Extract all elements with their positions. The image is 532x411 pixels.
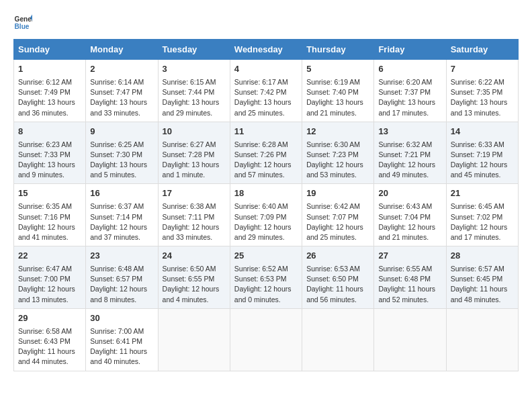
page-header: General Blue (13, 13, 519, 32)
day-info: Sunrise: 6:43 AMSunset: 7:04 PMDaylight:… (378, 201, 441, 242)
logo: General Blue (13, 13, 35, 32)
day-number: 18 (234, 187, 298, 200)
calendar-cell-2-2: 17Sunrise: 6:38 AMSunset: 7:11 PMDayligh… (158, 184, 230, 246)
day-number: 7 (451, 63, 514, 76)
calendar-week-3: 15Sunrise: 6:35 AMSunset: 7:16 PMDayligh… (14, 184, 519, 246)
day-number: 4 (234, 63, 298, 76)
calendar-cell-1-6: 14Sunrise: 6:33 AMSunset: 7:19 PMDayligh… (446, 122, 518, 184)
calendar-cell-4-6 (446, 308, 518, 371)
day-number: 27 (378, 250, 441, 263)
calendar-cell-1-0: 8Sunrise: 6:23 AMSunset: 7:33 PMDaylight… (14, 122, 86, 184)
day-number: 29 (18, 312, 81, 325)
day-info: Sunrise: 6:12 AMSunset: 7:49 PMDaylight:… (18, 77, 81, 118)
day-number: 28 (451, 250, 514, 263)
calendar-cell-4-2 (158, 308, 230, 371)
calendar-cell-3-6: 28Sunrise: 6:57 AMSunset: 6:45 PMDayligh… (446, 246, 518, 309)
calendar-week-4: 22Sunrise: 6:47 AMSunset: 7:00 PMDayligh… (14, 246, 519, 309)
day-info: Sunrise: 6:40 AMSunset: 7:09 PMDaylight:… (234, 201, 298, 242)
day-info: Sunrise: 6:28 AMSunset: 7:26 PMDaylight:… (234, 140, 298, 181)
day-number: 22 (18, 250, 81, 263)
day-number: 14 (451, 126, 514, 138)
day-number: 20 (378, 187, 441, 200)
calendar-cell-4-0: 29Sunrise: 6:58 AMSunset: 6:43 PMDayligh… (14, 308, 86, 371)
calendar-cell-3-3: 25Sunrise: 6:52 AMSunset: 6:53 PMDayligh… (230, 246, 302, 309)
day-info: Sunrise: 6:42 AMSunset: 7:07 PMDaylight:… (306, 201, 369, 242)
calendar-cell-0-5: 6Sunrise: 6:20 AMSunset: 7:37 PMDaylight… (374, 60, 446, 122)
day-info: Sunrise: 7:00 AMSunset: 6:41 PMDaylight:… (90, 326, 153, 367)
logo-icon: General Blue (13, 13, 32, 32)
day-info: Sunrise: 6:37 AMSunset: 7:14 PMDaylight:… (90, 201, 153, 242)
calendar-cell-0-0: 1Sunrise: 6:12 AMSunset: 7:49 PMDaylight… (14, 60, 86, 122)
header-friday: Friday (374, 40, 446, 60)
day-info: Sunrise: 6:25 AMSunset: 7:30 PMDaylight:… (90, 140, 153, 181)
calendar-cell-3-4: 26Sunrise: 6:53 AMSunset: 6:50 PMDayligh… (302, 246, 374, 309)
calendar-cell-4-5 (374, 308, 446, 371)
calendar-week-1: 1Sunrise: 6:12 AMSunset: 7:49 PMDaylight… (14, 60, 519, 122)
header-saturday: Saturday (446, 40, 518, 60)
calendar-table: SundayMondayTuesdayWednesdayThursdayFrid… (13, 39, 519, 371)
day-info: Sunrise: 6:47 AMSunset: 7:00 PMDaylight:… (18, 264, 81, 305)
header-tuesday: Tuesday (158, 40, 230, 60)
day-number: 8 (18, 126, 81, 138)
calendar-cell-4-1: 30Sunrise: 7:00 AMSunset: 6:41 PMDayligh… (86, 308, 158, 371)
day-info: Sunrise: 6:22 AMSunset: 7:35 PMDaylight:… (451, 77, 514, 118)
calendar-cell-3-1: 23Sunrise: 6:48 AMSunset: 6:57 PMDayligh… (86, 246, 158, 309)
header-sunday: Sunday (14, 40, 86, 60)
day-number: 25 (234, 250, 298, 263)
calendar-cell-2-1: 16Sunrise: 6:37 AMSunset: 7:14 PMDayligh… (86, 184, 158, 246)
day-number: 3 (163, 63, 226, 76)
day-number: 15 (18, 187, 81, 200)
calendar-cell-2-4: 19Sunrise: 6:42 AMSunset: 7:07 PMDayligh… (302, 184, 374, 246)
calendar-cell-0-4: 5Sunrise: 6:19 AMSunset: 7:40 PMDaylight… (302, 60, 374, 122)
calendar-cell-4-4 (302, 308, 374, 371)
day-number: 2 (90, 63, 153, 76)
calendar-cell-1-1: 9Sunrise: 6:25 AMSunset: 7:30 PMDaylight… (86, 122, 158, 184)
day-info: Sunrise: 6:15 AMSunset: 7:44 PMDaylight:… (163, 77, 226, 118)
day-info: Sunrise: 6:17 AMSunset: 7:42 PMDaylight:… (234, 77, 298, 118)
day-info: Sunrise: 6:52 AMSunset: 6:53 PMDaylight:… (234, 264, 298, 305)
day-info: Sunrise: 6:35 AMSunset: 7:16 PMDaylight:… (18, 201, 81, 242)
calendar-cell-3-5: 27Sunrise: 6:55 AMSunset: 6:48 PMDayligh… (374, 246, 446, 309)
header-monday: Monday (86, 40, 158, 60)
day-number: 10 (163, 126, 226, 138)
calendar-cell-2-5: 20Sunrise: 6:43 AMSunset: 7:04 PMDayligh… (374, 184, 446, 246)
day-number: 13 (378, 126, 441, 138)
day-number: 19 (306, 187, 369, 200)
header-wednesday: Wednesday (230, 40, 302, 60)
header-thursday: Thursday (302, 40, 374, 60)
calendar-cell-2-6: 21Sunrise: 6:45 AMSunset: 7:02 PMDayligh… (446, 184, 518, 246)
day-number: 12 (306, 126, 369, 138)
calendar-week-2: 8Sunrise: 6:23 AMSunset: 7:33 PMDaylight… (14, 122, 519, 184)
day-info: Sunrise: 6:48 AMSunset: 6:57 PMDaylight:… (90, 264, 153, 305)
day-number: 30 (90, 312, 153, 325)
day-info: Sunrise: 6:55 AMSunset: 6:48 PMDaylight:… (378, 264, 441, 305)
day-info: Sunrise: 6:38 AMSunset: 7:11 PMDaylight:… (163, 201, 226, 242)
day-info: Sunrise: 6:30 AMSunset: 7:23 PMDaylight:… (306, 140, 369, 181)
day-number: 16 (90, 187, 153, 200)
svg-text:General: General (15, 15, 32, 23)
calendar-week-5: 29Sunrise: 6:58 AMSunset: 6:43 PMDayligh… (14, 308, 519, 371)
day-number: 21 (451, 187, 514, 200)
calendar-cell-0-3: 4Sunrise: 6:17 AMSunset: 7:42 PMDaylight… (230, 60, 302, 122)
day-info: Sunrise: 6:58 AMSunset: 6:43 PMDaylight:… (18, 326, 81, 367)
day-number: 6 (378, 63, 441, 76)
calendar-cell-1-4: 12Sunrise: 6:30 AMSunset: 7:23 PMDayligh… (302, 122, 374, 184)
calendar-cell-1-5: 13Sunrise: 6:32 AMSunset: 7:21 PMDayligh… (374, 122, 446, 184)
day-number: 24 (163, 250, 226, 263)
day-info: Sunrise: 6:23 AMSunset: 7:33 PMDaylight:… (18, 140, 81, 181)
calendar-cell-0-1: 2Sunrise: 6:14 AMSunset: 7:47 PMDaylight… (86, 60, 158, 122)
day-info: Sunrise: 6:14 AMSunset: 7:47 PMDaylight:… (90, 77, 153, 118)
day-info: Sunrise: 6:27 AMSunset: 7:28 PMDaylight:… (163, 140, 226, 181)
day-info: Sunrise: 6:57 AMSunset: 6:45 PMDaylight:… (451, 264, 514, 305)
day-info: Sunrise: 6:20 AMSunset: 7:37 PMDaylight:… (378, 77, 441, 118)
svg-text:Blue: Blue (15, 23, 30, 30)
calendar-cell-0-2: 3Sunrise: 6:15 AMSunset: 7:44 PMDaylight… (158, 60, 230, 122)
day-info: Sunrise: 6:19 AMSunset: 7:40 PMDaylight:… (306, 77, 369, 118)
day-number: 26 (306, 250, 369, 263)
calendar-cell-0-6: 7Sunrise: 6:22 AMSunset: 7:35 PMDaylight… (446, 60, 518, 122)
calendar-cell-2-3: 18Sunrise: 6:40 AMSunset: 7:09 PMDayligh… (230, 184, 302, 246)
calendar-cell-4-3 (230, 308, 302, 371)
day-info: Sunrise: 6:50 AMSunset: 6:55 PMDaylight:… (163, 264, 226, 305)
day-info: Sunrise: 6:32 AMSunset: 7:21 PMDaylight:… (378, 140, 441, 181)
day-number: 17 (163, 187, 226, 200)
